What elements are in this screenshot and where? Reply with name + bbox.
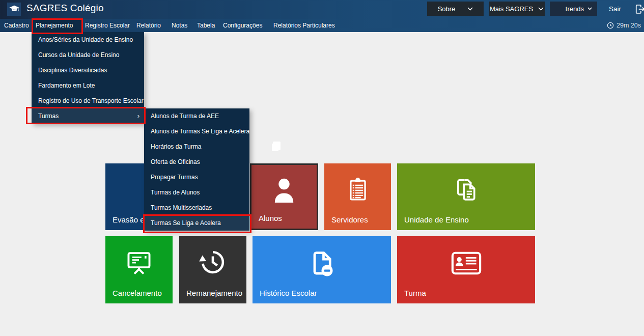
chevron-right-icon: › [137, 108, 139, 124]
person-icon [272, 176, 296, 206]
submenu-item-oferta-de-oficinas[interactable]: Oferta de Oficinas [144, 154, 249, 170]
tile-historico-escolar[interactable]: Histórico Escolar [253, 236, 391, 303]
submenu-item-propagar-turmas[interactable]: Propagar Turmas [144, 170, 249, 185]
tile-remanejamento[interactable]: Remanejamento [179, 236, 246, 303]
submenu-item-turmas-multisseriadas[interactable]: Turmas Multisseriadas [144, 200, 249, 215]
dropdown-item-anos-series[interactable]: Anos/Séries da Unidade de Ensino [32, 32, 144, 47]
timer-value: 29m 20s [617, 22, 641, 29]
planejamento-dropdown-menu: Anos/Séries da Unidade de Ensino Cursos … [32, 32, 144, 124]
tile-cancelamento[interactable]: Cancelamento [105, 236, 173, 303]
document-minus-icon [306, 247, 337, 278]
tile-label: Alunos [259, 214, 282, 222]
copy-documents-icon [451, 175, 482, 204]
menu-item-relatorios-particulares[interactable]: Relatórios Particulares [273, 19, 335, 32]
sair-button[interactable]: Sair [609, 2, 621, 16]
menu-item-registro-escolar[interactable]: Registro Escolar [85, 19, 130, 32]
submenu-item-horarios-da-turma[interactable]: Horários da Turma [144, 139, 249, 154]
dropdown-item-turmas-label: Turmas [38, 113, 59, 120]
chevron-down-icon [467, 7, 473, 11]
clipboard-icon [345, 175, 371, 204]
tile-label: Remanejamento [186, 289, 242, 297]
tile-unidade-de-ensino[interactable]: Unidade de Ensino [397, 163, 535, 230]
trends-dropdown[interactable]: trends [550, 2, 597, 16]
id-card-icon [451, 251, 482, 275]
menu-item-relatorio[interactable]: Relatório [136, 19, 161, 32]
submenu-item-alunos-se-liga[interactable]: Alunos de Turmas Se Liga e Acelera [144, 124, 249, 139]
trends-label: trends [566, 5, 584, 13]
menu-item-configuracoes[interactable]: Configurações [223, 19, 262, 32]
menu-item-notas[interactable]: Notas [172, 19, 187, 32]
tile-label: Turma [404, 289, 426, 297]
sign-out-icon[interactable] [635, 4, 644, 17]
dropdown-item-cursos[interactable]: Cursos da Unidade de Ensino [32, 47, 144, 63]
mais-sagres-dropdown[interactable]: Mais SAGRES [489, 2, 545, 16]
graduation-cap-icon [9, 5, 20, 14]
chevron-down-icon [587, 7, 592, 10]
dropdown-item-disciplinas[interactable]: Disciplinas Diversificadas [32, 63, 144, 78]
turmas-submenu: Alunos de Turma de AEE Alunos de Turmas … [144, 108, 249, 231]
sair-label: Sair [609, 5, 621, 13]
mais-sagres-label: Mais SAGRES [490, 5, 533, 13]
dropdown-item-transporte[interactable]: Registro de Uso de Transporte Escolar [32, 93, 144, 108]
dropdown-item-turmas[interactable]: Turmas › [32, 108, 144, 124]
session-timer: 29m 20s [607, 19, 641, 32]
submenu-item-alunos-turma-aee[interactable]: Alunos de Turma de AEE [144, 108, 249, 124]
clock-icon [607, 22, 614, 29]
menu-item-tabela[interactable]: Tabela [197, 19, 215, 32]
dropdown-item-fardamento[interactable]: Fardamento em Lote [32, 78, 144, 93]
sagres-logo[interactable] [7, 3, 21, 16]
tile-label: Unidade de Ensino [404, 215, 469, 224]
menu-item-cadastro[interactable]: Cadastro [4, 19, 29, 32]
submenu-item-turmas-de-alunos[interactable]: Turmas de Alunos [144, 185, 249, 200]
presentation-board-icon [124, 247, 154, 277]
history-clock-icon [198, 247, 228, 277]
tile-alunos[interactable]: Alunos [250, 163, 318, 230]
tile-label: Servidores [331, 215, 368, 224]
sobre-label: Sobre [438, 5, 456, 13]
tile-label: Cancelamento [113, 289, 162, 297]
small-white-icon [273, 142, 281, 150]
tile-servidores[interactable]: Servidores [324, 163, 391, 230]
tile-turma[interactable]: Turma [397, 236, 535, 303]
sobre-dropdown[interactable]: Sobre [427, 2, 484, 16]
submenu-item-turmas-se-liga-e-acelera[interactable]: Turmas Se Liga e Acelera [144, 215, 249, 231]
chevron-down-icon [538, 7, 544, 11]
page-title: SAGRES Colégio [26, 3, 104, 14]
app-header: SAGRES Colégio Sobre Mais SAGRES trends … [0, 0, 644, 19]
menu-item-planejamento[interactable]: Planejamento [36, 19, 73, 32]
tile-label: Histórico Escolar [260, 289, 317, 297]
